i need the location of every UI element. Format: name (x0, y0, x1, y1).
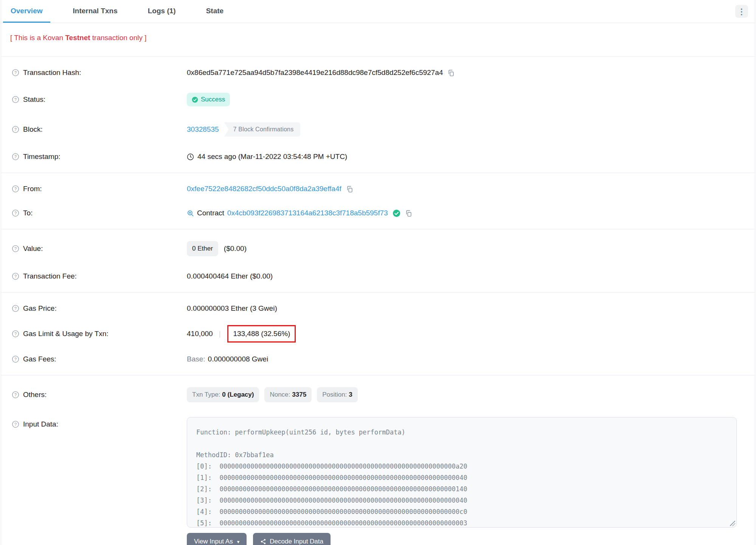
txn-type-badge-value: 0 (Legacy) (222, 391, 254, 399)
row-transaction-hash: ? Transaction Hash: 0x86ed5a771e725aa94d… (1, 61, 755, 85)
row-status: ? Status: Success (1, 85, 755, 114)
svg-text:?: ? (14, 97, 17, 102)
testnet-notice-suffix: transaction only ] (90, 34, 147, 42)
gas-fees-base-value: 0.000000008 Gwei (208, 355, 269, 363)
others-label: Others: (23, 391, 47, 399)
help-icon[interactable]: ? (12, 96, 19, 103)
svg-text:?: ? (14, 422, 17, 427)
help-icon[interactable]: ? (12, 330, 19, 338)
row-block: ? Block: 30328535 7 Block Confirmations (1, 114, 755, 145)
tab-internal-txns[interactable]: Internal Txns (65, 0, 125, 23)
decode-icon (260, 539, 266, 545)
position-badge-label: Position: (322, 391, 347, 399)
help-icon[interactable]: ? (12, 209, 19, 217)
gas-fees-base-label: Base: (187, 355, 205, 363)
nonce-badge: Nonce: 3375 (264, 387, 312, 402)
section-summary: ? Transaction Hash: 0x86ed5a771e725aa94d… (1, 56, 755, 173)
transaction-hash-value: 0x86ed5a771e725aa94d5b7fa2398e4419e216d8… (187, 69, 443, 77)
tab-logs[interactable]: Logs (1) (140, 0, 183, 23)
help-icon[interactable]: ? (12, 185, 19, 193)
status-badge-text: Success (201, 96, 225, 103)
svg-text:?: ? (14, 246, 17, 251)
view-input-as-label: View Input As (194, 538, 233, 545)
gas-fees-label: Gas Fees: (23, 355, 56, 363)
copy-icon[interactable] (447, 69, 455, 76)
svg-text:?: ? (14, 392, 17, 397)
svg-text:?: ? (14, 306, 17, 311)
testnet-notice: [ This is a Kovan Testnet transaction on… (1, 23, 755, 42)
status-label: Status: (23, 95, 45, 104)
gas-separator: | (219, 330, 221, 338)
input-actions: View Input As ▾ Decode Input Data (187, 533, 755, 545)
input-data-label: Input Data: (23, 420, 58, 428)
help-icon[interactable]: ? (12, 355, 19, 363)
row-timestamp: ? Timestamp: 44 secs ago (Mar-11-2022 03… (1, 145, 755, 169)
copy-icon[interactable] (405, 210, 412, 217)
decode-input-data-button[interactable]: Decode Input Data (253, 533, 331, 545)
from-address-link[interactable]: 0xfee7522e8482682cf50ddc50a0f8da2a39effa… (187, 185, 342, 193)
gas-limit-value: 410,000 (187, 330, 213, 338)
chevron-down-icon: ▾ (237, 539, 240, 545)
copy-icon[interactable] (346, 185, 353, 193)
timestamp-label: Timestamp: (23, 153, 61, 161)
section-gas: ? Gas Price: 0.000000003 Ether (3 Gwei) … (1, 292, 755, 375)
tab-state[interactable]: State (199, 0, 231, 23)
svg-text:?: ? (14, 187, 17, 191)
row-transaction-fee: ? Transaction Fee: 0.000400464 Ether ($0… (1, 264, 755, 288)
testnet-notice-prefix: [ This is a Kovan (10, 34, 65, 42)
svg-text:?: ? (14, 274, 17, 279)
help-icon[interactable]: ? (12, 420, 19, 428)
section-addresses: ? From: 0xfee7522e8482682cf50ddc50a0f8da… (1, 173, 755, 229)
svg-text:?: ? (14, 332, 17, 336)
row-input-data: ? Input Data: Function: performUpkeep(ui… (1, 410, 755, 528)
status-badge: Success (187, 93, 230, 106)
help-icon[interactable]: ? (12, 126, 19, 133)
transaction-overview-card: Overview Internal Txns Logs (1) State ⋮ … (1, 0, 755, 545)
help-icon[interactable]: ? (12, 272, 19, 280)
block-confirmations-badge: 7 Block Confirmations (224, 122, 301, 137)
block-label: Block: (23, 125, 43, 134)
gas-price-value: 0.000000003 Ether (3 Gwei) (187, 304, 277, 313)
to-contract-text: Contract (197, 209, 224, 217)
transaction-fee-value: 0.000400464 Ether ($0.00) (187, 272, 273, 280)
value-label: Value: (23, 244, 43, 253)
help-icon[interactable]: ? (12, 305, 19, 312)
gas-limit-usage-label: Gas Limit & Usage by Txn: (23, 330, 109, 338)
testnet-notice-bold: Testnet (65, 34, 90, 42)
help-icon[interactable]: ? (12, 69, 19, 76)
position-badge-value: 3 (349, 391, 352, 399)
clock-icon (187, 153, 194, 160)
to-label: To: (23, 209, 33, 217)
svg-text:?: ? (14, 127, 17, 132)
transaction-hash-label: Transaction Hash: (23, 69, 81, 77)
from-label: From: (23, 185, 42, 193)
svg-text:?: ? (14, 211, 17, 215)
block-number-link[interactable]: 30328535 (187, 125, 219, 134)
section-others-input: ? Others: Txn Type: 0 (Legacy) Nonce: 33… (1, 375, 755, 545)
svg-text:?: ? (14, 357, 17, 361)
resize-handle[interactable] (730, 521, 735, 526)
magnifier-plus-icon[interactable] (187, 210, 194, 217)
txn-type-badge: Txn Type: 0 (Legacy) (187, 387, 259, 402)
nonce-badge-value: 3375 (292, 391, 306, 399)
row-gas-limit-usage: ? Gas Limit & Usage by Txn: 410,000 | 13… (1, 321, 755, 347)
gas-usage-value: 133,488 (32.56%) (233, 330, 290, 338)
row-gas-fees: ? Gas Fees: Base: 0.000000008 Gwei (1, 347, 755, 371)
nonce-badge-label: Nonce: (270, 391, 290, 399)
help-icon[interactable]: ? (12, 245, 19, 252)
help-icon[interactable]: ? (12, 153, 19, 160)
section-value: ? Value: 0 Ether ($0.00) ? Transaction F… (1, 229, 755, 292)
tab-overview[interactable]: Overview (3, 0, 50, 23)
check-circle-icon (192, 97, 198, 103)
decode-input-data-label: Decode Input Data (270, 538, 323, 545)
kebab-menu-icon[interactable]: ⋮ (735, 5, 748, 18)
gas-price-label: Gas Price: (23, 304, 57, 313)
to-address-link[interactable]: 0x4cb093f226983713164a62138c3f718a5b595f… (227, 209, 388, 217)
svg-text:?: ? (14, 70, 17, 75)
input-data-textarea[interactable]: Function: performUpkeep(uint256 id, byte… (187, 417, 737, 528)
input-data-content: Function: performUpkeep(uint256 id, byte… (196, 427, 730, 528)
value-amount-badge: 0 Ether (187, 241, 218, 256)
row-others: ? Others: Txn Type: 0 (Legacy) Nonce: 33… (1, 379, 755, 410)
view-input-as-button[interactable]: View Input As ▾ (187, 533, 247, 545)
help-icon[interactable]: ? (12, 391, 19, 399)
